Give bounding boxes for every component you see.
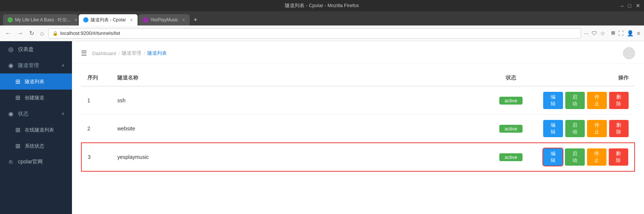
system-status-icon: ⊞ [14, 142, 21, 150]
delete-button-1[interactable]: 删除 [609, 92, 629, 109]
sidebar-label-tunnel-list: 隧道列表 [25, 78, 44, 85]
col-header-name: 隧道名称 [111, 70, 485, 86]
cell-name-2: website [111, 115, 485, 143]
more-icon[interactable]: ··· [584, 30, 589, 37]
online-tunnels-icon: ⊞ [14, 126, 21, 133]
breadcrumb: ☰ Dashboard / 隧道管理 / 隧道列表 [72, 41, 644, 64]
stop-button-1[interactable]: 停止 [587, 92, 607, 109]
cell-seq-2: 2 [81, 115, 111, 143]
breadcrumb-sep2: / [144, 51, 145, 56]
status-group-icon: ◉ [7, 110, 14, 117]
browser-titlebar: 隧道列表 - Cpolar - Mozilla Firefox – □ ✕ [0, 0, 644, 11]
tab2-favicon [83, 17, 88, 22]
cpolar-site-icon: ⎋ [7, 159, 14, 165]
cell-seq-1: 1 [81, 86, 111, 115]
browser-tabs: My Life Like A Bass · 叶尔... ✕ 隧道列表 - Cpo… [0, 11, 644, 25]
sidebar-item-status-group[interactable]: ◉ 状态 ∧ [0, 106, 72, 122]
dashboard-icon: ◎ [7, 46, 14, 53]
tunnels-table: 序列 隧道名称 状态 操作 1sshactive编辑启动停止删除2website… [81, 70, 635, 172]
cell-name-1: ssh [111, 86, 485, 115]
status-badge-1: active [499, 97, 523, 105]
sidebar-item-tunnel-mgmt[interactable]: ◉ 隧道管理 ∧ [0, 57, 72, 73]
refresh-button[interactable]: ↻ [28, 28, 36, 38]
sidebar-item-online-tunnels[interactable]: ⊞ 在线隧道列表 [0, 122, 72, 138]
breadcrumb-dashboard[interactable]: Dashboard [92, 51, 116, 56]
avatar[interactable] [623, 47, 635, 59]
edit-button-3[interactable]: 编辑 [543, 148, 563, 166]
cell-status-3: active [485, 143, 537, 171]
tab3-favicon [143, 17, 148, 22]
minimize-button[interactable]: – [621, 3, 624, 9]
table-row: 1sshactive编辑启动停止删除 [81, 86, 635, 115]
status-badge-3: active [499, 153, 523, 161]
tab1-label: My Life Like A Bass · 叶尔... [15, 17, 70, 23]
menu-icon-nav[interactable]: ≡ [637, 30, 640, 37]
home-button[interactable]: ⌂ [39, 28, 45, 38]
lock-icon: 🔒 [52, 31, 58, 36]
bookmark-icon[interactable]: ☆ [600, 30, 605, 37]
menu-toggle-icon[interactable]: ☰ [81, 49, 87, 57]
back-button[interactable]: ← [4, 28, 13, 38]
browser-tab-1[interactable]: My Life Like A Bass · 叶尔... ✕ [3, 14, 78, 25]
profile-icon[interactable]: 👤 [627, 30, 634, 37]
restore-button[interactable]: □ [628, 3, 631, 9]
shield-icon[interactable]: 🛡 [592, 30, 597, 37]
browser-tab-3[interactable]: YesPlayMusic ✕ [138, 14, 190, 25]
forward-button[interactable]: → [16, 28, 25, 38]
tunnel-mgmt-icon: ◉ [7, 62, 14, 69]
sidebar-item-create-tunnel[interactable]: ⊞ 创建隧道 [0, 90, 72, 106]
tunnel-list-icon: ⊞ [14, 78, 21, 85]
sidebar: ◎ 仪表盘 ◉ 隧道管理 ∧ ⊞ 隧道列表 ⊞ 创建隧道 ◉ 状态 ∧ ⊞ 在线… [0, 41, 72, 214]
tab1-close[interactable]: ✕ [74, 18, 78, 22]
sidebar-item-system-status[interactable]: ⊞ 系统状态 [0, 138, 72, 154]
sidebar-label-tunnel-mgmt: 隧道管理 [18, 62, 39, 69]
delete-button-2[interactable]: 删除 [609, 120, 629, 137]
url-text: localhost:9200/#/tunnels/list [60, 30, 120, 36]
col-header-status: 状态 [485, 70, 537, 86]
sidebar-item-cpolar-site[interactable]: ⎋ cpolar官网 [0, 154, 72, 170]
new-tab-button[interactable]: + [190, 14, 201, 25]
start-button-2[interactable]: 启动 [565, 120, 585, 137]
cell-seq-3: 3 [81, 143, 111, 171]
edit-button-2[interactable]: 编辑 [543, 120, 563, 137]
stop-button-3[interactable]: 停止 [587, 148, 607, 166]
tab1-favicon [7, 17, 13, 22]
extensions-icon[interactable]: ▦ [611, 30, 615, 37]
navbar-icons: ··· 🛡 ☆ ▦ ⛶ 👤 ≡ [584, 30, 640, 37]
status-badge-2: active [499, 125, 523, 133]
sidebar-item-tunnel-list[interactable]: ⊞ 隧道列表 [0, 73, 72, 90]
start-button-3[interactable]: 启动 [565, 148, 584, 166]
cell-status-1: active [485, 86, 537, 115]
breadcrumb-tunnel-mgmt[interactable]: 隧道管理 [122, 50, 141, 57]
breadcrumb-sep1: / [118, 51, 120, 56]
tab3-close[interactable]: ✕ [182, 18, 185, 22]
col-header-seq: 序列 [81, 70, 111, 86]
sidebar-item-dashboard[interactable]: ◎ 仪表盘 [0, 41, 72, 57]
sidebar-label-create-tunnel: 创建隧道 [25, 94, 44, 101]
start-button-1[interactable]: 启动 [565, 92, 585, 109]
tab3-label: YesPlayMusic [150, 17, 178, 22]
delete-button-3[interactable]: 删除 [609, 148, 628, 166]
tab2-label: 隧道列表 - Cpolar [91, 17, 126, 23]
browser-tab-2[interactable]: 隧道列表 - Cpolar ✕ [79, 14, 138, 25]
tab2-close[interactable]: ✕ [130, 18, 133, 22]
browser-navbar: ← → ↻ ⌂ 🔒 localhost:9200/#/tunnels/list … [0, 25, 644, 41]
fullscreen-icon[interactable]: ⛶ [618, 30, 624, 37]
col-header-actions: 操作 [537, 70, 635, 86]
cell-name-3: yesplaymusic [111, 143, 485, 171]
edit-button-1[interactable]: 编辑 [543, 92, 563, 109]
breadcrumb-current: 隧道列表 [147, 50, 167, 57]
address-bar[interactable]: 🔒 localhost:9200/#/tunnels/list [48, 28, 581, 39]
user-avatar-area [623, 47, 635, 59]
sidebar-label-online-tunnels: 在线隧道列表 [25, 127, 54, 133]
main-content: ☰ Dashboard / 隧道管理 / 隧道列表 序列 隧道名称 状态 操作 [72, 41, 644, 214]
sidebar-label-dashboard: 仪表盘 [18, 46, 34, 53]
cell-actions-3: 编辑启动停止删除 [537, 143, 635, 171]
app-container: ◎ 仪表盘 ◉ 隧道管理 ∧ ⊞ 隧道列表 ⊞ 创建隧道 ◉ 状态 ∧ ⊞ 在线… [0, 41, 644, 214]
sidebar-label-status: 状态 [18, 111, 28, 117]
stop-button-2[interactable]: 停止 [587, 120, 607, 137]
window-controls[interactable]: – □ ✕ [621, 3, 640, 9]
close-button[interactable]: ✕ [636, 3, 640, 9]
tunnel-mgmt-arrow: ∧ [61, 63, 64, 68]
table-header-row: 序列 隧道名称 状态 操作 [81, 70, 635, 86]
